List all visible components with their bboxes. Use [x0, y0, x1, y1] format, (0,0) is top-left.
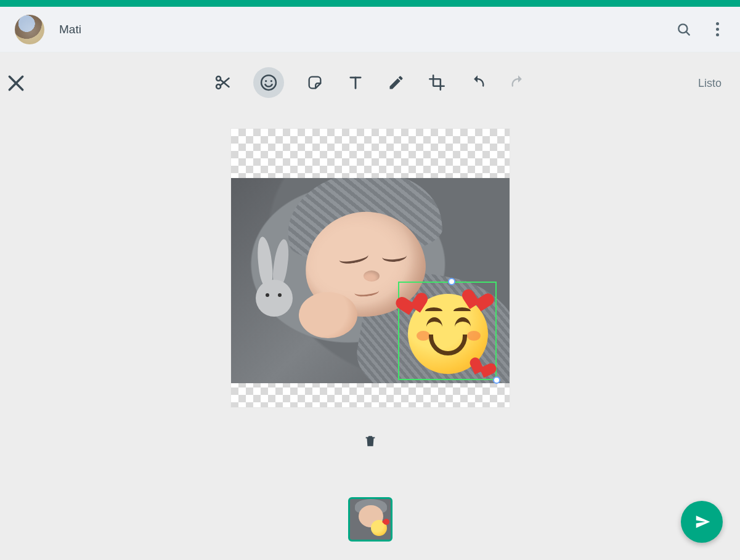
- close-icon[interactable]: [6, 73, 26, 93]
- sticker-icon[interactable]: [305, 73, 325, 92]
- search-icon[interactable]: [676, 22, 692, 38]
- emoji-overlay-selection[interactable]: [398, 282, 497, 380]
- chat-header: Mati: [0, 7, 740, 52]
- editor-toolbar: [213, 67, 528, 98]
- smiling-face-with-hearts-icon[interactable]: [403, 286, 492, 375]
- scissors-icon[interactable]: [213, 73, 232, 92]
- resize-handle[interactable]: [493, 376, 500, 384]
- editor-canvas[interactable]: [231, 129, 510, 407]
- crop-icon[interactable]: [427, 73, 447, 92]
- rotate-handle[interactable]: [448, 278, 455, 285]
- media-thumbnail[interactable]: [348, 497, 392, 542]
- svg-line-7: [220, 78, 229, 86]
- trash-icon[interactable]: [364, 433, 377, 449]
- send-button[interactable]: [681, 501, 723, 543]
- chat-name[interactable]: Mati: [59, 23, 81, 36]
- emoji-icon[interactable]: [253, 67, 284, 98]
- svg-point-9: [265, 80, 267, 82]
- app-accent-bar: [0, 0, 740, 7]
- redo-icon: [508, 73, 528, 92]
- svg-point-8: [261, 75, 276, 90]
- svg-point-10: [270, 80, 272, 82]
- svg-line-1: [686, 31, 689, 34]
- image-editor: Listo: [0, 52, 740, 560]
- undo-icon[interactable]: [468, 73, 487, 92]
- avatar[interactable]: [15, 15, 44, 44]
- svg-line-6: [220, 79, 229, 87]
- menu-dots-icon[interactable]: [709, 22, 725, 38]
- text-icon[interactable]: [346, 73, 365, 92]
- pencil-icon[interactable]: [386, 73, 406, 92]
- ready-button[interactable]: Listo: [698, 77, 722, 90]
